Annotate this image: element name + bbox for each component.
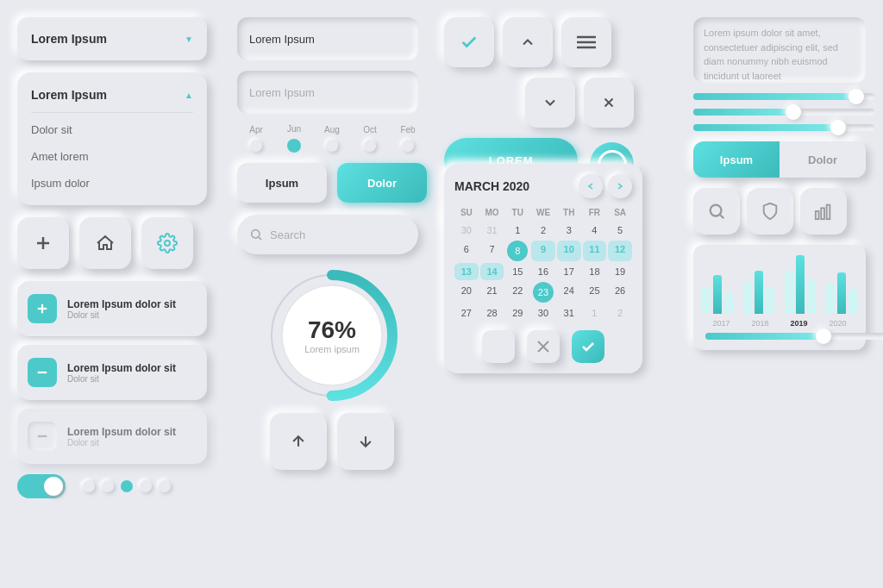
cal-day-highlighted[interactable]: 11 bbox=[583, 241, 607, 261]
tab-button-row: Ipsum Dolor bbox=[693, 141, 866, 178]
cal-day[interactable]: 31 bbox=[557, 304, 581, 322]
cal-day[interactable]: 21 bbox=[480, 282, 504, 303]
dolor-button[interactable]: Dolor bbox=[337, 163, 427, 203]
chart-action-button[interactable] bbox=[800, 188, 847, 235]
confirm-checkbox[interactable] bbox=[572, 330, 604, 363]
cal-day[interactable]: 17 bbox=[557, 263, 581, 280]
list-add-icon[interactable] bbox=[28, 294, 57, 323]
plus-button[interactable] bbox=[17, 217, 69, 269]
cal-day[interactable]: 31 bbox=[480, 222, 504, 239]
bar-2018-3 bbox=[766, 288, 774, 314]
cal-day-highlighted[interactable]: 10 bbox=[557, 241, 581, 261]
timeline-aug[interactable]: Aug bbox=[313, 125, 351, 152]
input-field-2[interactable]: Lorem Ipsum bbox=[237, 71, 418, 114]
cal-day[interactable]: 2 bbox=[531, 222, 555, 239]
calendar-prev-button[interactable] bbox=[579, 174, 603, 198]
cal-day[interactable]: 1 bbox=[505, 222, 529, 239]
cancel-button[interactable] bbox=[527, 330, 560, 363]
cal-day[interactable]: 19 bbox=[608, 263, 632, 280]
tab-ipsum[interactable]: Ipsum bbox=[693, 141, 780, 178]
dropdown-item-0[interactable]: Dolor sit bbox=[17, 116, 207, 143]
toggle-switch[interactable] bbox=[17, 474, 66, 498]
bar-chart: 2017 2018 2019 2020 bbox=[693, 245, 866, 350]
list-minus-icon[interactable] bbox=[28, 358, 57, 387]
slider-3-thumb[interactable] bbox=[830, 120, 846, 135]
dropdown-item-1[interactable]: Amet lorem bbox=[17, 143, 207, 170]
chevron-down-icon: ▼ bbox=[185, 34, 193, 44]
arrow-down-ctrl-button[interactable] bbox=[525, 78, 575, 128]
cal-day[interactable]: 24 bbox=[557, 282, 581, 303]
cal-day[interactable]: 6 bbox=[454, 241, 479, 261]
progress-percentage: 76% bbox=[304, 316, 360, 344]
radio-dot-0[interactable] bbox=[83, 480, 95, 492]
search-action-button[interactable] bbox=[693, 188, 740, 235]
cal-day[interactable]: 29 bbox=[505, 304, 529, 322]
cal-day[interactable]: 1 bbox=[583, 304, 607, 322]
toggle-thumb bbox=[44, 477, 63, 496]
check-button[interactable] bbox=[444, 17, 494, 67]
calendar-next-button[interactable] bbox=[608, 174, 632, 198]
year-slider[interactable] bbox=[702, 333, 857, 340]
sliders-section bbox=[693, 93, 866, 131]
bar-2020-2 bbox=[837, 272, 846, 314]
cal-day[interactable]: 16 bbox=[531, 263, 555, 280]
dropdown-item-2[interactable]: Ipsum dolor bbox=[17, 170, 207, 197]
action-icon-row bbox=[693, 188, 866, 235]
cal-day[interactable]: 5 bbox=[608, 222, 632, 239]
cal-day-highlighted[interactable]: 14 bbox=[480, 263, 504, 280]
timeline-feb[interactable]: Feb bbox=[389, 125, 427, 152]
cal-day-today[interactable]: 8 bbox=[507, 241, 528, 261]
timeline-jun[interactable]: Jun bbox=[275, 124, 313, 153]
slider-2-track[interactable] bbox=[693, 109, 874, 116]
cal-day[interactable]: 22 bbox=[505, 282, 529, 303]
dropdown-closed[interactable]: Lorem Ipsum ▼ bbox=[17, 17, 207, 60]
timeline-oct[interactable]: Oct bbox=[351, 125, 389, 152]
list-minus-gray-icon[interactable] bbox=[28, 422, 57, 451]
arrow-down-button[interactable] bbox=[337, 413, 394, 470]
slider-1-row bbox=[693, 93, 866, 100]
text-area[interactable]: Lorem ipsum dolor sit amet, consectetuer… bbox=[693, 17, 866, 83]
cal-day[interactable]: 15 bbox=[505, 263, 529, 280]
radio-dot-3[interactable] bbox=[140, 480, 152, 492]
cal-day-highlighted[interactable]: 13 bbox=[454, 263, 479, 280]
cal-day-highlighted[interactable]: 12 bbox=[608, 241, 632, 261]
cal-day[interactable]: 3 bbox=[557, 222, 581, 239]
cal-day[interactable]: 30 bbox=[531, 304, 555, 322]
cal-day[interactable]: 7 bbox=[480, 241, 504, 261]
empty-checkbox[interactable] bbox=[482, 330, 515, 363]
cal-day[interactable]: 25 bbox=[583, 282, 607, 303]
cal-day[interactable]: 2 bbox=[608, 304, 632, 322]
menu-button[interactable] bbox=[561, 17, 611, 67]
svg-line-22 bbox=[720, 215, 723, 218]
shield-action-button[interactable] bbox=[747, 188, 793, 235]
radio-dot-2[interactable] bbox=[121, 480, 133, 492]
arrow-up-button[interactable] bbox=[270, 413, 327, 470]
settings-button[interactable] bbox=[141, 217, 193, 269]
cal-day[interactable]: 18 bbox=[583, 263, 607, 280]
radio-dot-4[interactable] bbox=[159, 480, 171, 492]
home-button[interactable] bbox=[79, 217, 131, 269]
cal-day[interactable]: 30 bbox=[454, 222, 479, 239]
slider-1-track[interactable] bbox=[693, 93, 874, 100]
cal-day[interactable]: 23 bbox=[533, 282, 554, 303]
arrow-up-ctrl-button[interactable] bbox=[503, 17, 553, 67]
timeline-apr[interactable]: Apr bbox=[237, 125, 275, 152]
slider-3-track[interactable] bbox=[693, 124, 874, 131]
cal-day[interactable]: 20 bbox=[454, 282, 479, 303]
slider-2-thumb[interactable] bbox=[786, 104, 801, 120]
close-ctrl-button[interactable] bbox=[584, 78, 634, 128]
search-placeholder: Search bbox=[270, 228, 305, 241]
cal-day[interactable]: 26 bbox=[608, 282, 632, 303]
cal-day[interactable]: 4 bbox=[583, 222, 607, 239]
cal-day[interactable]: 27 bbox=[454, 304, 479, 322]
search-bar[interactable]: Search bbox=[237, 215, 418, 254]
list-item-2-title: Lorem Ipsum dolor sit bbox=[67, 426, 176, 438]
input-field-1[interactable]: Lorem Ipsum bbox=[237, 17, 418, 60]
tab-dolor[interactable]: Dolor bbox=[780, 141, 866, 178]
bar-2017-3 bbox=[724, 292, 733, 314]
cal-day[interactable]: 28 bbox=[480, 304, 504, 322]
radio-dot-1[interactable] bbox=[102, 480, 114, 492]
cal-day-highlighted[interactable]: 9 bbox=[531, 241, 555, 261]
slider-1-thumb[interactable] bbox=[849, 89, 864, 104]
ipsum-button[interactable]: Ipsum bbox=[237, 163, 327, 203]
